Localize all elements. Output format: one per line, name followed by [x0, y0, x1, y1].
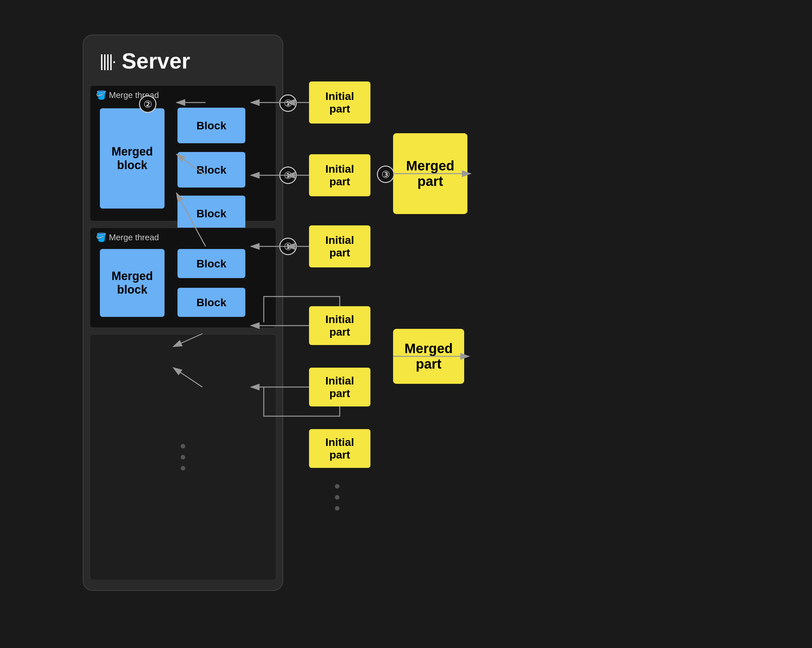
initial-2b: Initial part [309, 368, 371, 407]
dot-bottom-1 [335, 484, 339, 489]
initial-1c: Initial part [309, 225, 371, 267]
initial-1a: Initial part [309, 81, 371, 124]
merged-block-1: Merged block [100, 109, 165, 209]
dot-bottom-2 [335, 495, 339, 500]
initial-1b: Initial part [309, 154, 371, 196]
dot-1 [181, 444, 185, 448]
block-1b: Block [177, 152, 245, 188]
merged-part-1: Merged part [393, 133, 467, 214]
merged-block-2: Merged block [100, 249, 165, 317]
block-1a: Block [177, 108, 245, 143]
initial-3a: Initial part [309, 429, 371, 468]
server-title: Server [122, 48, 190, 73]
block-1c: Block [177, 196, 245, 231]
thread-section-2: 🪣 Merge thread Merged block Block Block [90, 228, 276, 328]
thread-label-2: 🪣 Merge thread [96, 232, 159, 243]
block-2a: Block [177, 249, 245, 278]
thread-icon-1: 🪣 [96, 90, 106, 100]
circle-1a: ① [279, 95, 297, 112]
dot-2 [181, 455, 185, 460]
server-header: ||||· Server [83, 35, 282, 80]
block-2b: Block [177, 288, 245, 317]
circle-1c: ① [279, 238, 297, 255]
thread-section-3 [90, 334, 276, 580]
circle-1b: ① [279, 167, 297, 184]
server-icon: ||||· [99, 51, 115, 70]
server-panel: ||||· Server 🪣 Merge thread Merged block… [83, 35, 283, 591]
circle-2: ② [139, 95, 156, 113]
thread-section-1: 🪣 Merge thread Merged block Block Block … [90, 86, 276, 221]
main-container: ||||· Server 🪣 Merge thread Merged block… [50, 25, 762, 623]
thread-icon-2: 🪣 [96, 232, 106, 243]
circle-3: ③ [377, 165, 394, 183]
merged-part-2: Merged part [393, 329, 464, 384]
dot-3 [181, 466, 185, 471]
dot-bottom-3 [335, 506, 339, 510]
initial-2a: Initial part [309, 306, 371, 345]
